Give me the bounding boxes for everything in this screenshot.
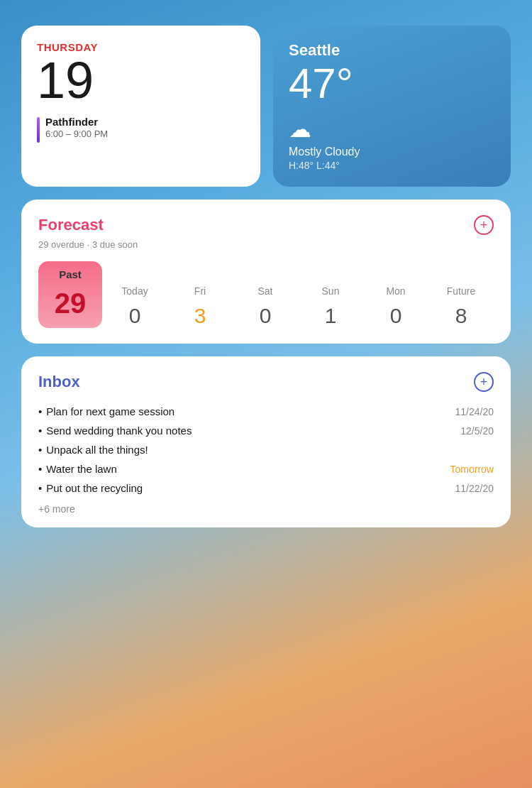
forecast-add-button[interactable]: + (474, 215, 494, 235)
forecast-grid: Past 29 Today 0 Fri 3 Sat 0 Sun 1 Mon 0 … (38, 261, 494, 328)
forecast-col-fri[interactable]: Fri 3 (167, 285, 233, 328)
calendar-widget: THURSDAY 19 Pathfinder 6:00 – 9:00 PM (21, 26, 260, 187)
bullet-2: • (38, 425, 42, 437)
inbox-item-4-text: • Water the lawn (38, 463, 117, 475)
inbox-item-4-label: Water the lawn (46, 463, 117, 475)
calendar-event[interactable]: Pathfinder 6:00 – 9:00 PM (37, 116, 245, 143)
forecast-value-mon: 0 (390, 304, 402, 328)
bullet-1: • (38, 405, 42, 417)
inbox-item-1-label: Plan for next game session (46, 405, 174, 417)
inbox-item-2-text: • Send wedding thank you notes (38, 425, 192, 437)
weather-temperature: 47° (289, 61, 497, 106)
inbox-item-4[interactable]: • Water the lawn Tomorrow (38, 459, 494, 478)
inbox-item-5-date: 11/22/20 (455, 483, 494, 494)
forecast-subtitle: 29 overdue · 3 due soon (38, 239, 494, 250)
bullet-3: • (38, 444, 42, 456)
inbox-item-1[interactable]: • Plan for next game session 11/24/20 (38, 402, 494, 421)
top-row: THURSDAY 19 Pathfinder 6:00 – 9:00 PM Se… (21, 26, 511, 187)
inbox-widget: Inbox + • Plan for next game session 11/… (21, 356, 511, 527)
forecast-widget: Forecast + 29 overdue · 3 due soon Past … (21, 199, 511, 344)
bullet-5: • (38, 482, 42, 494)
inbox-item-5-label: Put out the recycling (46, 482, 143, 494)
calendar-date: 19 (37, 55, 245, 106)
forecast-col-today[interactable]: Today 0 (102, 285, 167, 328)
forecast-value-fri: 3 (194, 304, 206, 328)
inbox-item-2-label: Send wedding thank you notes (46, 425, 192, 437)
inbox-header: Inbox + (38, 372, 494, 392)
event-details: Pathfinder 6:00 – 9:00 PM (45, 116, 108, 139)
forecast-header: Forecast + (38, 215, 494, 235)
inbox-more-label[interactable]: +6 more (38, 503, 494, 515)
inbox-item-3-label: Unpack all the things! (46, 444, 148, 456)
event-time: 6:00 – 9:00 PM (45, 128, 108, 139)
inbox-item-5[interactable]: • Put out the recycling 11/22/20 (38, 478, 494, 498)
event-title: Pathfinder (45, 116, 108, 128)
weather-high-low: H:48° L:44° (289, 160, 497, 171)
inbox-item-4-date: Tomorrow (450, 464, 494, 475)
inbox-item-3[interactable]: • Unpack all the things! (38, 440, 494, 459)
inbox-title: Inbox (38, 373, 80, 391)
forecast-col-sun[interactable]: Sun 1 (298, 285, 363, 328)
bullet-4: • (38, 463, 42, 475)
forecast-col-mon[interactable]: Mon 0 (363, 285, 428, 328)
inbox-item-2-date: 12/5/20 (460, 425, 494, 437)
forecast-label-past: Past (59, 268, 82, 280)
forecast-value-past: 29 (55, 288, 87, 319)
forecast-value-sat: 0 (260, 304, 272, 328)
forecast-col-future[interactable]: Future 8 (428, 285, 494, 328)
weather-icon: ☁ (289, 116, 497, 143)
weather-condition: Mostly Cloudy (289, 146, 497, 158)
forecast-col-sat[interactable]: Sat 0 (233, 285, 298, 328)
forecast-label-sun: Sun (322, 285, 340, 297)
forecast-value-future: 8 (455, 304, 467, 328)
forecast-value-sun: 1 (325, 304, 337, 328)
event-color-bar (37, 117, 40, 143)
forecast-title: Forecast (38, 216, 104, 234)
inbox-item-3-text: • Unpack all the things! (38, 444, 148, 456)
forecast-label-sat: Sat (257, 285, 272, 297)
forecast-label-mon: Mon (386, 285, 405, 297)
inbox-item-2[interactable]: • Send wedding thank you notes 12/5/20 (38, 421, 494, 440)
weather-widget: Seattle 47° ☁ Mostly Cloudy H:48° L:44° (273, 26, 511, 187)
forecast-col-past[interactable]: Past 29 (38, 261, 102, 328)
inbox-item-1-text: • Plan for next game session (38, 405, 174, 417)
forecast-label-today: Today (121, 285, 148, 297)
forecast-label-fri: Fri (194, 285, 206, 297)
inbox-item-5-text: • Put out the recycling (38, 482, 143, 494)
forecast-value-today: 0 (129, 304, 141, 328)
inbox-item-1-date: 11/24/20 (455, 406, 494, 417)
weather-city: Seattle (289, 41, 497, 60)
forecast-label-future: Future (447, 285, 475, 297)
inbox-add-button[interactable]: + (474, 372, 494, 392)
